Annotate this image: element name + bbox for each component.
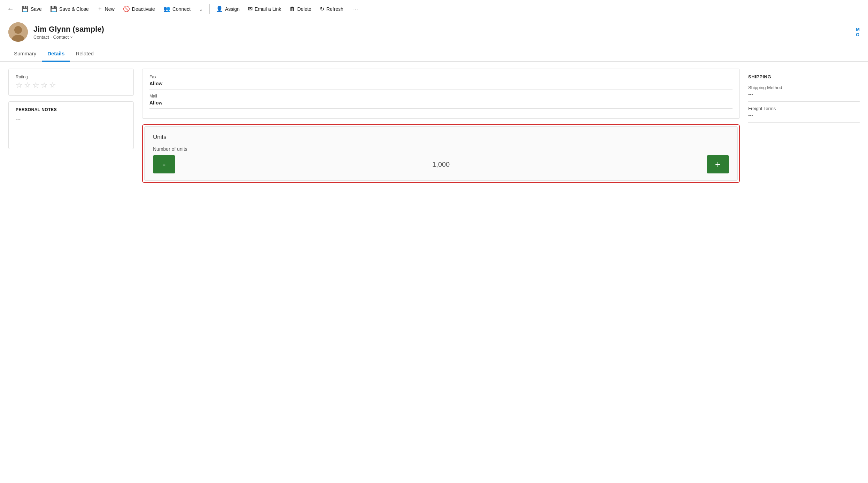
breadcrumb-dropdown[interactable]: ∨	[70, 35, 73, 39]
save-close-icon: 💾	[50, 6, 57, 12]
personal-notes-title: PERSONAL NOTES	[16, 107, 126, 112]
star-3[interactable]: ☆	[32, 81, 39, 90]
back-button[interactable]: ←	[4, 3, 17, 15]
assign-icon: 👤	[216, 6, 223, 12]
fax-allow-value: Allow	[149, 81, 733, 89]
header-info: Jim Glynn (sample) Contact · Contact ∨	[33, 25, 850, 40]
record-name: Jim Glynn (sample)	[33, 25, 850, 34]
star-1[interactable]: ☆	[16, 81, 23, 90]
chevron-down-icon: ⌄	[199, 6, 203, 12]
fax-label: Fax	[149, 75, 733, 79]
units-decrement-button[interactable]: -	[153, 155, 175, 173]
units-increment-button[interactable]: +	[707, 155, 729, 173]
new-icon: ＋	[97, 5, 103, 13]
units-number-label: Number of units	[153, 146, 729, 152]
units-title: Units	[153, 134, 729, 141]
header-user-indicator: M O	[856, 27, 860, 37]
breadcrumb-separator: ·	[51, 34, 52, 40]
middle-column: Fax Allow Mail Allow Units Number of uni…	[142, 69, 740, 468]
back-icon: ←	[7, 5, 14, 13]
right-column: SHIPPING Shipping Method --- Freight Ter…	[748, 69, 860, 468]
rating-label: Rating	[16, 75, 126, 79]
tab-details[interactable]: Details	[42, 46, 70, 62]
breadcrumb: Contact · Contact ∨	[33, 34, 850, 40]
deactivate-icon: 🚫	[123, 6, 130, 12]
contact-allow-card: Fax Allow Mail Allow	[142, 69, 740, 119]
rating-card: Rating ☆ ☆ ☆ ☆ ☆	[8, 69, 134, 96]
svg-point-1	[14, 26, 22, 34]
main-content: Rating ☆ ☆ ☆ ☆ ☆ PERSONAL NOTES --- Fax …	[0, 62, 868, 475]
tab-related[interactable]: Related	[70, 46, 99, 62]
mail-label: Mail	[149, 94, 733, 99]
refresh-button[interactable]: ↻ Refresh	[316, 3, 347, 14]
freight-terms-value: ---	[748, 112, 860, 123]
connect-button[interactable]: 👥 Connect	[160, 3, 194, 14]
units-controls: - 1,000 +	[153, 155, 729, 173]
shipping-title: SHIPPING	[748, 74, 860, 79]
refresh-icon: ↻	[320, 6, 324, 12]
personal-notes-card: PERSONAL NOTES ---	[8, 101, 134, 149]
connect-dropdown-button[interactable]: ⌄	[195, 4, 207, 14]
rating-stars[interactable]: ☆ ☆ ☆ ☆ ☆	[16, 81, 126, 90]
tab-summary[interactable]: Summary	[8, 46, 42, 62]
units-card: Units Number of units - 1,000 +	[144, 126, 738, 181]
delete-icon: 🗑	[289, 6, 295, 12]
save-icon: 💾	[22, 6, 29, 12]
breadcrumb-item-1: Contact	[33, 34, 49, 40]
email-link-button[interactable]: ✉ Email a Link	[245, 3, 285, 14]
save-close-button[interactable]: 💾 Save & Close	[47, 3, 92, 14]
breadcrumb-item-2: Contact	[53, 34, 69, 40]
more-button[interactable]: ⋯	[350, 4, 362, 14]
delete-button[interactable]: 🗑 Delete	[286, 4, 315, 14]
toolbar: ← 💾 Save 💾 Save & Close ＋ New 🚫 Deactiva…	[0, 0, 868, 18]
plus-icon: +	[715, 159, 721, 169]
star-5[interactable]: ☆	[49, 81, 56, 90]
avatar	[8, 22, 28, 42]
star-2[interactable]: ☆	[24, 81, 31, 90]
minus-icon: -	[162, 159, 165, 169]
shipping-section: SHIPPING Shipping Method --- Freight Ter…	[748, 69, 860, 132]
tab-bar: Summary Details Related	[0, 46, 868, 62]
connect-icon: 👥	[163, 6, 170, 12]
record-header: Jim Glynn (sample) Contact · Contact ∨ M…	[0, 18, 868, 46]
shipping-method-label: Shipping Method	[748, 85, 860, 90]
mail-allow-value: Allow	[149, 100, 733, 109]
star-4[interactable]: ☆	[41, 81, 48, 90]
units-value: 1,000	[175, 161, 707, 169]
new-button[interactable]: ＋ New	[94, 3, 118, 15]
email-icon: ✉	[248, 6, 253, 12]
units-card-outer: Units Number of units - 1,000 +	[142, 124, 740, 183]
save-button[interactable]: 💾 Save	[18, 3, 45, 14]
personal-notes-value: ---	[16, 116, 126, 143]
left-column: Rating ☆ ☆ ☆ ☆ ☆ PERSONAL NOTES ---	[8, 69, 134, 468]
deactivate-button[interactable]: 🚫 Deactivate	[119, 3, 158, 14]
more-icon: ⋯	[353, 6, 358, 12]
toolbar-divider	[209, 4, 210, 14]
shipping-method-value: ---	[748, 92, 860, 102]
assign-button[interactable]: 👤 Assign	[212, 3, 243, 14]
freight-terms-label: Freight Terms	[748, 106, 860, 111]
